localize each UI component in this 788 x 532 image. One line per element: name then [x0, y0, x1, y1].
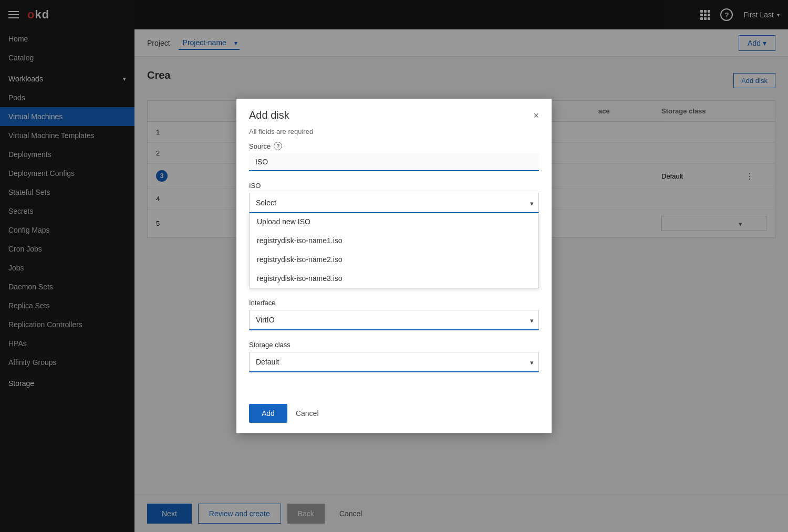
modal-title: Add disk: [249, 109, 289, 121]
source-help-icon[interactable]: ?: [274, 142, 282, 150]
dropdown-item-iso2[interactable]: registrydisk-iso-name2.iso: [250, 250, 538, 269]
dropdown-item-iso1[interactable]: registrydisk-iso-name1.iso: [250, 231, 538, 250]
dropdown-item-upload[interactable]: Upload new ISO: [250, 212, 538, 231]
iso-label: ISO: [249, 182, 539, 190]
add-disk-modal: Add disk × All fields are required Sourc…: [236, 99, 552, 433]
source-form-group: Source ?: [249, 142, 539, 171]
iso-dropdown-list: Upload new ISO registrydisk-iso-name1.is…: [249, 212, 539, 288]
interface-form-group: Interface VirtIO ▾: [249, 299, 539, 330]
modal-footer: Add Cancel: [236, 395, 552, 433]
source-label: Source ?: [249, 142, 539, 150]
modal-close-button[interactable]: ×: [533, 111, 539, 120]
interface-select[interactable]: VirtIO: [249, 310, 539, 330]
modal-overlay[interactable]: Add disk × All fields are required Sourc…: [0, 0, 788, 532]
interface-label: Interface: [249, 299, 539, 307]
dropdown-item-iso3[interactable]: registrydisk-iso-name3.iso: [250, 269, 538, 288]
modal-body: Source ? ISO Select ▾ Upload new ISO reg…: [236, 142, 552, 395]
iso-select-wrap: Select ▾: [249, 193, 539, 213]
iso-select[interactable]: Select: [249, 193, 539, 213]
modal-cancel-button[interactable]: Cancel: [296, 404, 319, 423]
storage-class-select[interactable]: Default: [249, 352, 539, 372]
storage-class-form-group: Storage class Default ▾: [249, 341, 539, 372]
interface-select-wrap: VirtIO ▾: [249, 310, 539, 330]
storage-class-select-wrap: Default ▾: [249, 352, 539, 372]
modal-add-button[interactable]: Add: [249, 404, 287, 423]
iso-form-group: ISO Select ▾ Upload new ISO registrydisk…: [249, 182, 539, 288]
storage-class-label: Storage class: [249, 341, 539, 349]
modal-subtitle: All fields are required: [236, 128, 552, 142]
modal-header: Add disk ×: [236, 99, 552, 128]
source-input[interactable]: [249, 153, 539, 171]
